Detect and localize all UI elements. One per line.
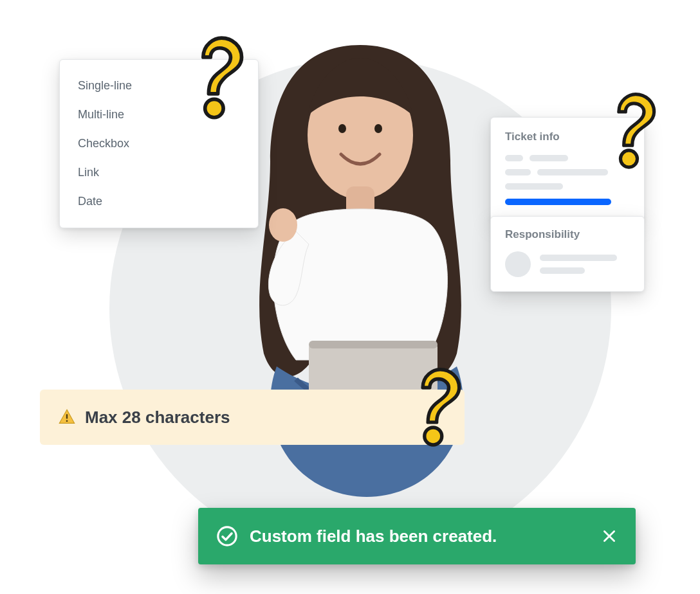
success-toast: Custom field has been created. bbox=[198, 508, 636, 564]
svg-point-2 bbox=[269, 208, 297, 242]
field-type-option[interactable]: Link bbox=[75, 158, 243, 187]
svg-point-11 bbox=[620, 150, 637, 167]
placeholder-line bbox=[540, 255, 617, 261]
svg-rect-4 bbox=[309, 341, 438, 348]
responsibility-card: Responsibility bbox=[490, 216, 645, 292]
responsibility-title: Responsibility bbox=[505, 228, 630, 241]
placeholder-line bbox=[505, 155, 523, 161]
placeholder-line bbox=[505, 183, 563, 190]
question-mark-icon bbox=[187, 33, 251, 120]
field-type-option[interactable]: Date bbox=[75, 187, 243, 216]
warning-banner: Max 28 characters bbox=[40, 390, 465, 445]
toast-message: Custom field has been created. bbox=[250, 526, 589, 546]
warning-icon bbox=[58, 408, 76, 426]
hero-stage: Single-line Multi-line Checkbox Link Dat… bbox=[0, 0, 700, 594]
close-icon[interactable] bbox=[601, 528, 618, 544]
svg-rect-8 bbox=[66, 420, 68, 422]
placeholder-line bbox=[505, 169, 531, 176]
avatar-placeholder bbox=[505, 251, 531, 277]
placeholder-line bbox=[530, 155, 568, 161]
svg-point-9 bbox=[218, 527, 236, 545]
svg-point-6 bbox=[374, 124, 382, 133]
warning-message: Max 28 characters bbox=[85, 408, 230, 428]
placeholder-line bbox=[537, 169, 608, 176]
placeholder-line bbox=[540, 267, 585, 274]
field-type-option[interactable]: Checkbox bbox=[75, 129, 243, 158]
progress-bar bbox=[505, 199, 611, 205]
svg-point-12 bbox=[425, 428, 442, 445]
svg-point-5 bbox=[338, 124, 346, 133]
check-circle-icon bbox=[216, 525, 238, 547]
svg-rect-7 bbox=[66, 414, 68, 419]
question-mark-icon bbox=[407, 365, 468, 447]
svg-point-10 bbox=[205, 99, 223, 117]
question-mark-icon bbox=[603, 90, 663, 170]
